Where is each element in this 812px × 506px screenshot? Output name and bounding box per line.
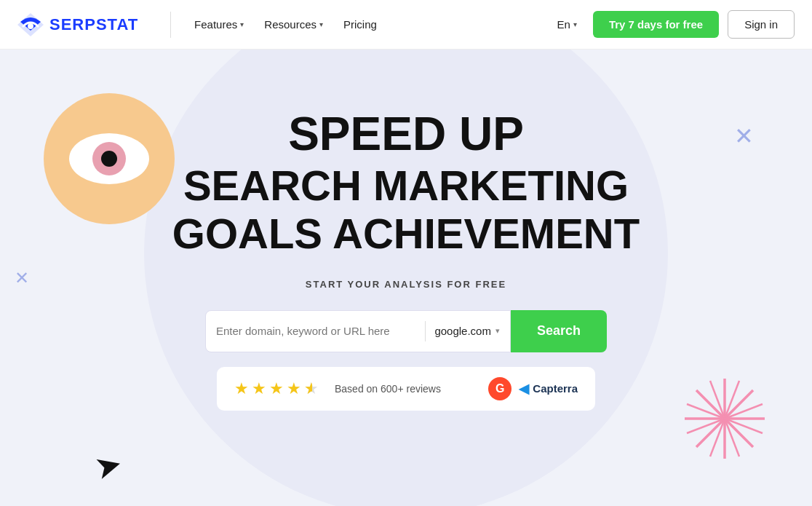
cross-decoration-icon: ✕: [734, 122, 754, 150]
nav-features[interactable]: Features ▾: [186, 12, 252, 36]
try-free-button[interactable]: Try 7 days for free: [593, 11, 719, 38]
chevron-down-icon: ▾: [495, 326, 500, 336]
star-4: ★: [287, 379, 301, 398]
capterra-logo: ◀ Capterra: [519, 381, 578, 397]
language-selector[interactable]: En ▾: [550, 12, 584, 36]
arrow-icon: ➤: [90, 444, 126, 487]
chevron-down-icon: ▾: [573, 20, 577, 28]
search-domain-selector[interactable]: google.com ▾: [434, 325, 500, 337]
hero-content: SPEED UP SEARCH MARKETING GOALS ACHIEVEM…: [172, 50, 640, 411]
star-1: ★: [234, 379, 249, 398]
star-3: ★: [269, 379, 284, 398]
hero-tagline: START YOUR ANALYSIS FOR FREE: [306, 279, 506, 290]
eye-illustration: [44, 93, 175, 224]
nav-resources[interactable]: Resources ▾: [255, 12, 332, 36]
chevron-down-icon: ▾: [240, 20, 244, 28]
search-input-group: google.com ▾: [205, 310, 511, 352]
search-input[interactable]: [216, 325, 416, 337]
review-logos: G ◀ Capterra: [488, 377, 578, 400]
g2-logo: G: [488, 377, 512, 400]
nav-right: En ▾ Try 7 days for free Sign in: [550, 10, 795, 39]
hero-section: ➤ ✕ ✕ SPEED UP SEARCH MARKETING GOALS AC…: [0, 50, 812, 506]
star-2: ★: [252, 379, 266, 398]
nav-pricing[interactable]: Pricing: [335, 12, 386, 36]
logo-text: SERPSTAT: [49, 15, 138, 34]
signin-button[interactable]: Sign in: [728, 10, 795, 39]
reviews-bar: ★ ★ ★ ★ ★ ★ Based on 600+ reviews G ◀ Ca…: [217, 367, 595, 411]
search-button[interactable]: Search: [511, 310, 607, 352]
svg-point-0: [28, 23, 33, 29]
star-rating: ★ ★ ★ ★ ★ ★: [234, 379, 319, 398]
nav-links: Features ▾ Resources ▾ Pricing: [186, 12, 549, 36]
nav-divider: [170, 12, 171, 38]
capterra-arrow-icon: ◀: [519, 381, 529, 397]
logo[interactable]: SERPSTAT: [17, 13, 138, 36]
logo-icon: [17, 13, 44, 36]
navbar: SERPSTAT Features ▾ Resources ▾ Pricing …: [0, 0, 812, 50]
chevron-down-icon: ▾: [319, 20, 323, 28]
hero-title: SPEED UP SEARCH MARKETING GOALS ACHIEVEM…: [172, 108, 640, 258]
cross-small-decoration-icon: ✕: [15, 268, 29, 288]
starburst-decoration: [681, 375, 768, 462]
reviews-text: Based on 600+ reviews: [335, 383, 441, 395]
search-divider: [425, 321, 426, 341]
star-5-half: ★ ★: [304, 379, 319, 398]
search-bar: google.com ▾ Search: [205, 310, 607, 352]
